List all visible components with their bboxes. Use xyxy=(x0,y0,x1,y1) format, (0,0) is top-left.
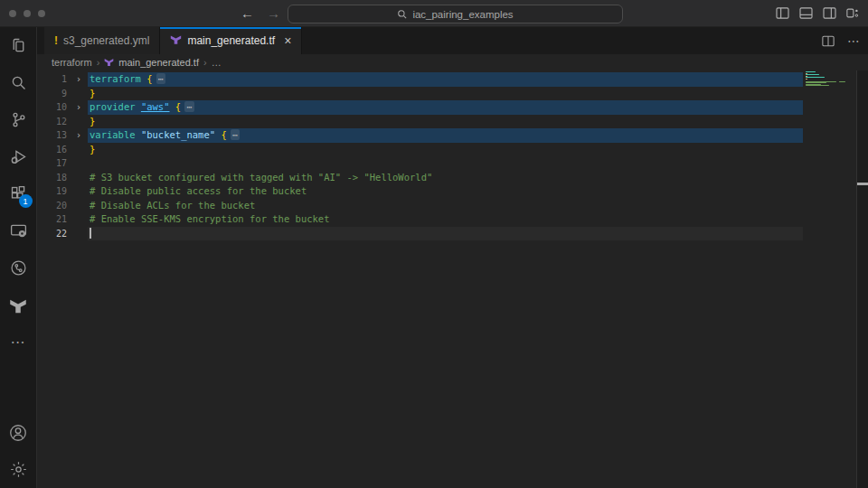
code-line-13[interactable]: 13›variable "bucket_name" {⋯ xyxy=(37,128,803,143)
line-number: 13 xyxy=(37,128,70,143)
line-content[interactable]: } xyxy=(88,115,803,129)
token-br: { xyxy=(146,73,152,84)
minimap-line-mark xyxy=(806,77,825,78)
code-line-9[interactable]: 9} xyxy=(37,87,803,101)
token-str: "bucket_name" xyxy=(141,129,215,140)
fold-column xyxy=(70,143,88,157)
line-content[interactable]: # Disable public access for the bucket xyxy=(88,184,803,199)
account-icon[interactable] xyxy=(0,414,37,451)
code-line-1[interactable]: 1›terraform {⋯ xyxy=(37,72,803,87)
line-content[interactable]: } xyxy=(88,143,803,157)
fold-column xyxy=(70,212,88,227)
fold-chevron-icon[interactable]: › xyxy=(70,128,88,143)
token-fold: ⋯ xyxy=(156,73,165,84)
line-number: 20 xyxy=(37,199,70,213)
split-editor-icon[interactable] xyxy=(822,35,835,47)
tab-s3-generated-yml[interactable]: ! s3_generated.yml xyxy=(44,27,160,54)
yaml-file-icon: ! xyxy=(54,34,58,47)
code-lines[interactable]: 1›terraform {⋯9}10›provider "aws" {⋯12}1… xyxy=(37,70,803,488)
token-cm: # S3 bucket configured with tagged with … xyxy=(90,172,432,183)
minimap-line-mark xyxy=(839,81,845,82)
line-content[interactable]: # Disable ACLs for the bucket xyxy=(88,199,803,213)
token-br: { xyxy=(175,101,181,112)
minimap-line-mark xyxy=(806,74,819,75)
command-center-text: iac_pairing_examples xyxy=(412,9,513,20)
fold-column xyxy=(70,156,88,171)
token-br: { xyxy=(221,129,226,140)
token-cm: # Enable SSE-KMS encryption for the buck… xyxy=(90,213,330,224)
line-number: 22 xyxy=(37,227,70,241)
navigate-forward-icon[interactable]: → xyxy=(267,6,280,20)
code-line-18[interactable]: 18# S3 bucket configured with tagged wit… xyxy=(37,171,803,185)
breadcrumb-folder[interactable]: terraform xyxy=(52,57,92,68)
breadcrumb-separator: › xyxy=(97,57,100,68)
line-content[interactable]: terraform {⋯ xyxy=(88,72,803,87)
token-kw: terraform xyxy=(90,73,146,84)
command-center-search[interactable]: iac_pairing_examples xyxy=(288,5,623,23)
minimize-window-dot[interactable] xyxy=(24,10,31,17)
code-line-12[interactable]: 12} xyxy=(37,115,803,129)
minimap-line-mark xyxy=(806,79,807,80)
terraform-view-icon[interactable] xyxy=(0,286,37,324)
toggle-secondary-sidebar-icon[interactable] xyxy=(823,7,836,19)
code-line-16[interactable]: 16} xyxy=(37,143,803,157)
breadcrumb-symbol-more[interactable]: … xyxy=(212,57,222,68)
search-view-icon[interactable] xyxy=(0,64,37,101)
editor-scrollbar[interactable] xyxy=(856,70,868,488)
editor-actions-more-icon[interactable]: ⋯ xyxy=(847,33,861,48)
tab-bar: ! s3_generated.yml main_generated.tf × xyxy=(37,27,868,54)
token-kw: provider xyxy=(90,101,141,112)
line-number: 12 xyxy=(37,115,70,129)
token-br: } xyxy=(90,88,95,99)
editor-group: ! s3_generated.yml main_generated.tf × xyxy=(37,27,868,488)
vscode-window: ← → iac_pairing_examples xyxy=(0,0,868,488)
line-content[interactable] xyxy=(88,227,803,241)
code-line-22[interactable]: 22 xyxy=(37,227,803,241)
git-graph-icon[interactable] xyxy=(0,249,37,286)
run-debug-icon[interactable] xyxy=(0,138,37,175)
tab-label: main_generated.tf xyxy=(187,34,275,47)
token-br: } xyxy=(90,144,95,155)
close-window-dot[interactable] xyxy=(9,10,16,17)
remote-explorer-icon[interactable] xyxy=(0,212,37,249)
navigate-back-icon[interactable]: ← xyxy=(241,6,254,20)
tab-main-generated-tf[interactable]: main_generated.tf × xyxy=(160,27,302,54)
fold-chevron-icon[interactable]: › xyxy=(70,72,88,87)
line-content[interactable]: # S3 bucket configured with tagged with … xyxy=(88,171,803,185)
fold-chevron-icon[interactable]: › xyxy=(70,100,88,115)
extensions-icon[interactable]: 1 xyxy=(0,175,37,212)
close-tab-icon[interactable]: × xyxy=(284,33,291,48)
more-views-icon[interactable]: ⋯ xyxy=(0,324,37,361)
code-line-19[interactable]: 19# Disable public access for the bucket xyxy=(37,184,803,199)
line-number: 17 xyxy=(37,156,70,171)
zoom-window-dot[interactable] xyxy=(38,10,45,17)
window-controls[interactable] xyxy=(9,10,45,17)
minimap[interactable] xyxy=(803,70,856,488)
toggle-primary-sidebar-icon[interactable] xyxy=(776,7,789,19)
code-line-10[interactable]: 10›provider "aws" {⋯ xyxy=(37,100,803,115)
line-content[interactable] xyxy=(88,156,803,171)
code-line-21[interactable]: 21# Enable SSE-KMS encryption for the bu… xyxy=(37,212,803,227)
line-content[interactable]: provider "aws" {⋯ xyxy=(88,100,803,115)
extensions-badge: 1 xyxy=(19,194,33,208)
line-content[interactable]: variable "bucket_name" {⋯ xyxy=(88,128,803,143)
line-number: 19 xyxy=(37,184,70,199)
source-control-icon[interactable] xyxy=(0,101,37,138)
tab-label: s3_generated.yml xyxy=(63,34,149,47)
breadcrumb-separator: › xyxy=(203,57,207,68)
customize-layout-icon[interactable] xyxy=(846,7,859,19)
token-cm: # Disable ACLs for the bucket xyxy=(90,200,255,211)
toggle-panel-icon[interactable] xyxy=(799,7,813,19)
breadcrumb[interactable]: terraform › main_generated.tf › … xyxy=(37,54,868,70)
settings-gear-icon[interactable] xyxy=(0,451,37,488)
explorer-icon[interactable] xyxy=(0,27,37,64)
code-line-17[interactable]: 17 xyxy=(37,156,803,171)
breadcrumb-file[interactable]: main_generated.tf xyxy=(118,57,199,68)
token-link: "aws" xyxy=(141,101,170,112)
line-content[interactable]: # Enable SSE-KMS encryption for the buck… xyxy=(88,212,803,227)
line-content[interactable]: } xyxy=(88,87,803,101)
fold-column xyxy=(70,115,88,129)
code-editor[interactable]: 1›terraform {⋯9}10›provider "aws" {⋯12}1… xyxy=(37,70,868,488)
line-number: 1 xyxy=(37,72,70,87)
code-line-20[interactable]: 20# Disable ACLs for the bucket xyxy=(37,199,803,213)
